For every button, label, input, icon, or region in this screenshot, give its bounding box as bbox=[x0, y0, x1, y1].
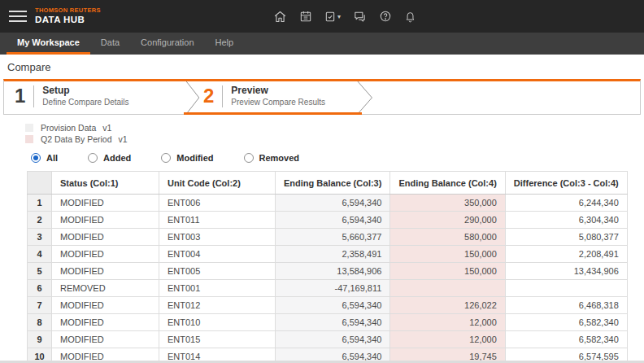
status-cell: REMOVED bbox=[52, 280, 159, 297]
unit-code-cell: ENT001 bbox=[159, 280, 276, 297]
step-preview[interactable]: 2 Preview Preview Compare Results bbox=[203, 85, 325, 107]
status-cell: MODIFIED bbox=[52, 212, 159, 229]
unit-code-cell: ENT004 bbox=[159, 246, 276, 263]
difference-cell: 6,582,340 bbox=[505, 331, 627, 348]
ending-balance-col3-cell: 2,358,491 bbox=[276, 246, 390, 263]
table-row: 2MODIFIEDENT0116,594,340290,0006,304,340 bbox=[28, 212, 628, 229]
brand-line2: DATA HUB bbox=[35, 15, 101, 25]
filter-label: Added bbox=[103, 153, 131, 163]
calendar-icon[interactable] bbox=[299, 10, 312, 23]
table-row: 1MODIFIEDENT0066,594,340350,0006,244,340 bbox=[28, 195, 628, 212]
table-row: 4MODIFIEDENT0042,358,491150,0002,208,491 bbox=[28, 246, 628, 263]
ending-balance-col3-cell: -47,169,811 bbox=[276, 280, 390, 297]
help-icon[interactable] bbox=[379, 10, 392, 23]
ending-balance-col3-cell: 13,584,906 bbox=[276, 263, 390, 280]
nav-item-configuration[interactable]: Configuration bbox=[130, 33, 204, 55]
ending-balance-col3-cell: 6,594,340 bbox=[276, 195, 390, 212]
unit-code-cell: ENT003 bbox=[159, 229, 276, 246]
legend-swatch bbox=[25, 135, 33, 143]
row-number-cell: 9 bbox=[28, 331, 52, 348]
table-row: 6REMOVEDENT001-47,169,811 bbox=[28, 280, 628, 297]
app-window: THOMSON REUTERS DATA HUB ▾ bbox=[0, 0, 644, 363]
difference-cell: 13,434,906 bbox=[505, 263, 627, 280]
status-cell: MODIFIED bbox=[52, 246, 159, 263]
radio-icon[interactable] bbox=[244, 153, 254, 163]
nav-item-data[interactable]: Data bbox=[90, 33, 130, 55]
page-title: Compare bbox=[7, 61, 644, 73]
difference-cell: 6,582,340 bbox=[505, 314, 627, 331]
ending-balance-col3-cell: 6,594,340 bbox=[276, 297, 390, 314]
status-filters: AllAddedModifiedRemoved bbox=[31, 153, 644, 163]
ending-balance-col3-cell: 6,594,340 bbox=[276, 212, 390, 229]
radio-icon[interactable] bbox=[161, 153, 171, 163]
legend-swatch bbox=[25, 124, 33, 132]
legend-item: Q2 Data By Periodv1 bbox=[25, 133, 644, 144]
ending-balance-col4-cell bbox=[390, 280, 505, 297]
legend-label: Provision Data bbox=[41, 123, 96, 133]
unit-code-cell: ENT012 bbox=[159, 297, 276, 314]
filter-label: Modified bbox=[176, 153, 213, 163]
row-number-cell: 3 bbox=[28, 229, 52, 246]
row-number-cell: 6 bbox=[28, 280, 52, 297]
table-row: 8MODIFIEDENT0106,594,34012,0006,582,340 bbox=[28, 314, 628, 331]
ending-balance-col3-cell: 6,594,340 bbox=[276, 314, 390, 331]
unit-code-cell: ENT005 bbox=[159, 263, 276, 280]
step-number: 2 bbox=[203, 85, 214, 107]
step-divider bbox=[33, 85, 34, 107]
status-cell: MODIFIED bbox=[52, 331, 159, 348]
row-number-cell: 7 bbox=[28, 297, 52, 314]
step-title: Preview bbox=[231, 85, 325, 97]
table-row: 9MODIFIEDENT0156,594,34012,0006,582,340 bbox=[28, 331, 628, 348]
ending-balance-col4-cell: 580,000 bbox=[390, 229, 505, 246]
filter-radio-all[interactable]: All bbox=[31, 153, 58, 163]
step-setup[interactable]: 1 Setup Define Compare Details bbox=[15, 85, 129, 107]
filter-radio-modified[interactable]: Modified bbox=[161, 153, 213, 163]
difference-cell: 2,208,491 bbox=[505, 246, 627, 263]
difference-cell: 5,080,377 bbox=[505, 229, 627, 246]
ending-balance-col4-cell: 126,022 bbox=[390, 297, 505, 314]
row-number-cell: 2 bbox=[28, 212, 52, 229]
home-icon[interactable] bbox=[273, 10, 287, 24]
unit-code-cell: ENT010 bbox=[159, 314, 276, 331]
difference-cell: 6,468,318 bbox=[505, 297, 627, 314]
brand-logo: THOMSON REUTERS DATA HUB bbox=[35, 7, 101, 25]
ending-balance-col4-cell: 12,000 bbox=[390, 331, 505, 348]
status-cell: MODIFIED bbox=[52, 314, 159, 331]
row-number-header bbox=[28, 172, 52, 195]
step-subtitle: Define Compare Details bbox=[42, 97, 128, 107]
difference-header: Difference (Col:3 - Col:4) bbox=[505, 172, 627, 195]
legend-item: Provision Datav1 bbox=[25, 122, 644, 133]
status-cell: MODIFIED bbox=[52, 297, 159, 314]
status-cell: MODIFIED bbox=[52, 229, 159, 246]
notifications-icon[interactable] bbox=[404, 10, 416, 23]
filter-radio-removed[interactable]: Removed bbox=[244, 153, 300, 163]
nav-item-help[interactable]: Help bbox=[205, 33, 245, 55]
tasks-icon[interactable]: ▾ bbox=[324, 11, 341, 23]
row-number-cell: 8 bbox=[28, 314, 52, 331]
ending-balance-col4-cell: 150,000 bbox=[390, 246, 505, 263]
compare-table: Status (Col:1) Unit Code (Col:2) Ending … bbox=[27, 171, 628, 363]
filter-radio-added[interactable]: Added bbox=[88, 153, 131, 163]
difference-cell: 6,244,340 bbox=[505, 195, 627, 212]
radio-icon[interactable] bbox=[31, 153, 41, 163]
status-cell: MODIFIED bbox=[52, 195, 159, 212]
difference-cell: 6,304,340 bbox=[505, 212, 627, 229]
ending-balance-col4-cell: 150,000 bbox=[390, 263, 505, 280]
brand-line1: THOMSON REUTERS bbox=[35, 7, 101, 15]
filter-label: All bbox=[46, 153, 58, 163]
radio-icon[interactable] bbox=[88, 153, 98, 163]
step-divider bbox=[222, 85, 223, 107]
unit-code-header: Unit Code (Col:2) bbox=[159, 172, 276, 195]
wizard-stepper: 1 Setup Define Compare Details 2 Preview… bbox=[3, 79, 641, 115]
row-number-cell: 4 bbox=[28, 246, 52, 263]
status-header: Status (Col:1) bbox=[52, 172, 159, 195]
feedback-icon[interactable] bbox=[353, 10, 367, 23]
ending-balance-col3-header: Ending Balance (Col:3) bbox=[276, 172, 390, 195]
caret-down-icon: ▾ bbox=[337, 13, 341, 20]
active-step-underline bbox=[184, 112, 362, 115]
status-cell: MODIFIED bbox=[52, 263, 159, 280]
row-number-cell: 5 bbox=[28, 263, 52, 280]
hamburger-menu-icon[interactable] bbox=[9, 7, 27, 25]
nav-item-my-workspace[interactable]: My Workspace bbox=[7, 33, 90, 55]
filter-label: Removed bbox=[259, 153, 300, 163]
